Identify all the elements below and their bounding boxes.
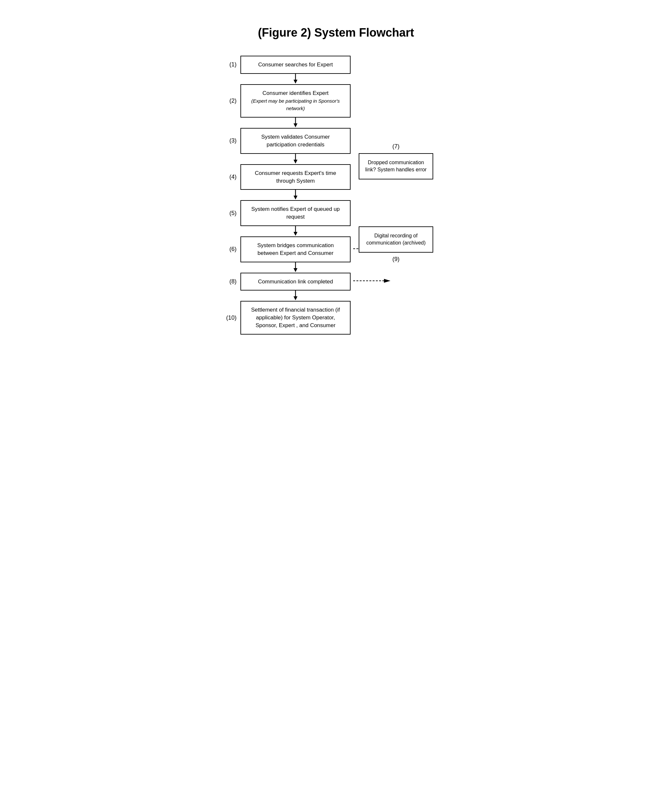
step-10-box: Settlement of financial transaction (if … — [240, 301, 350, 334]
side-box-9-text: Digital recording of communication (arch… — [366, 233, 426, 246]
step-8-text: Communication link completed — [258, 278, 333, 285]
arrow-8 — [222, 291, 352, 301]
step-5-number: (5) — [222, 210, 240, 217]
step-3-row: (3) System validates Consumer participat… — [222, 128, 352, 154]
svg-marker-17 — [294, 296, 298, 300]
step-4-number: (4) — [222, 174, 240, 181]
arrow-down-icon-5 — [240, 226, 350, 237]
svg-marker-3 — [294, 123, 298, 127]
step-1-box: Consumer searches for Expert — [240, 56, 350, 74]
page-title: (Figure 2) System Flowchart — [222, 26, 450, 40]
arrow-3 — [222, 154, 352, 164]
side-label-7: (7) — [392, 143, 400, 150]
arrow-down-icon-4 — [240, 190, 350, 200]
flowchart: (1) Consumer searches for Expert (2) — [222, 56, 450, 334]
step-10-row: (10) Settlement of financial transaction… — [222, 301, 352, 334]
arrow-2 — [222, 118, 352, 128]
step-10-number: (10) — [222, 315, 240, 321]
arrow-4 — [222, 190, 352, 200]
step-5-row: (5) System notifies Expert of queued up … — [222, 200, 352, 226]
side-box-9: Digital recording of communication (arch… — [359, 226, 433, 252]
step-6-box: System bridges communication between Exp… — [240, 237, 350, 262]
step-4-text: Consumer requests Expert's time through … — [255, 170, 336, 184]
step-4-row: (4) Consumer requests Expert's time thro… — [222, 164, 352, 190]
svg-marker-1 — [294, 80, 298, 83]
side-column: (7) Dropped communication link? System h… — [352, 56, 433, 267]
step-4-box: Consumer requests Expert's time through … — [240, 164, 350, 190]
side-item-9: Digital recording of communication (arch… — [355, 226, 433, 263]
arrow-down-icon-8 — [240, 291, 350, 301]
arrow-6 — [222, 262, 352, 273]
step-8-row: (8) Communication link completed — [222, 273, 352, 291]
step-1-row: (1) Consumer searches for Expert — [222, 56, 352, 74]
step-8-box: Communication link completed — [240, 273, 350, 291]
arrow-down-icon-6 — [240, 262, 350, 273]
step-2-row: (2) Consumer identifies Expert (Expert m… — [222, 84, 352, 118]
svg-marker-9 — [294, 232, 298, 236]
step-6-text: System bridges communication between Exp… — [257, 242, 334, 256]
step-3-box: System validates Consumer participation … — [240, 128, 350, 154]
step-2-text: Consumer identifies Expert — [262, 90, 328, 96]
side-label-9: (9) — [392, 256, 400, 263]
arrow-1 — [222, 74, 352, 84]
step-1-number: (1) — [222, 61, 240, 68]
svg-marker-15 — [384, 279, 390, 283]
side-spacer — [355, 184, 433, 226]
svg-marker-7 — [294, 196, 298, 200]
step-5-text: System notifies Expert of queued up requ… — [251, 206, 339, 220]
svg-marker-5 — [294, 160, 298, 163]
step-1-text: Consumer searches for Expert — [258, 62, 333, 68]
arrow-5 — [222, 226, 352, 237]
step-3-text: System validates Consumer participation … — [261, 134, 330, 148]
step-6-number: (6) — [222, 246, 240, 252]
arrow-down-icon-3 — [240, 154, 350, 164]
side-item-7: (7) Dropped communication link? System h… — [355, 143, 433, 179]
step-5-box: System notifies Expert of queued up requ… — [240, 200, 350, 226]
dashed-arrow-8 — [353, 277, 392, 286]
side-box-7: Dropped communication link? System handl… — [359, 153, 433, 179]
step-10-text: Settlement of financial transaction (if … — [251, 307, 340, 328]
page-container: (Figure 2) System Flowchart (1) Consumer… — [203, 13, 469, 354]
side-box-7-text: Dropped communication link? System handl… — [365, 160, 426, 172]
step-2-number: (2) — [222, 97, 240, 104]
step-8-number: (8) — [222, 278, 240, 285]
svg-marker-13 — [294, 268, 298, 272]
step-6-row: (6) System bridges communication between… — [222, 237, 352, 262]
arrow-down-icon-2 — [240, 118, 350, 128]
step-3-number: (3) — [222, 137, 240, 144]
step-2-subtext: (Expert may be participating in Sponsor'… — [251, 98, 340, 112]
main-column: (1) Consumer searches for Expert (2) — [222, 56, 352, 334]
arrow-down-icon-1 — [240, 74, 350, 84]
step-2-box: Consumer identifies Expert (Expert may b… — [240, 84, 350, 118]
